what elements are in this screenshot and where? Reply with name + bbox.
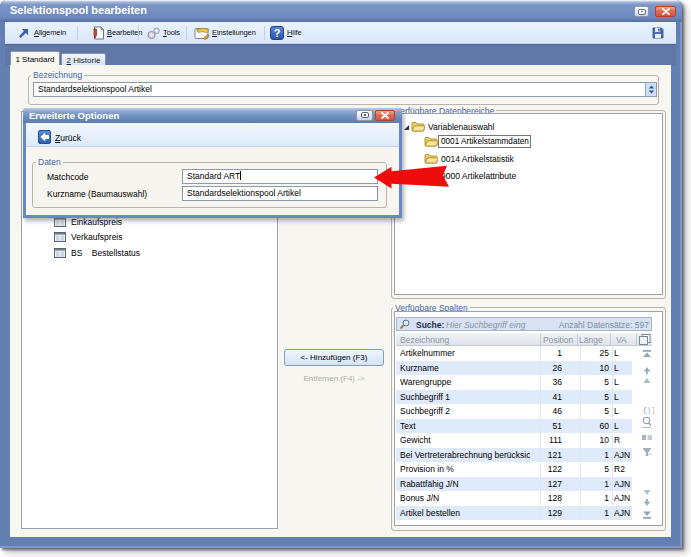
svg-text:{|}: {|} <box>643 406 655 414</box>
